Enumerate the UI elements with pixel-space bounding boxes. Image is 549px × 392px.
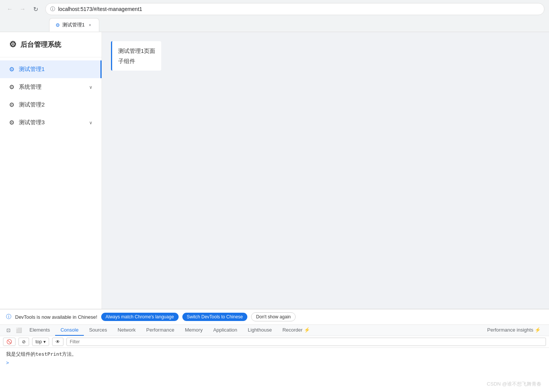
notification-text: DevTools is now available in Chinese!: [15, 314, 97, 320]
tab-sources[interactable]: Sources: [84, 325, 113, 336]
top-label: top: [35, 339, 42, 344]
sidebar-item-test-mgmt2[interactable]: ⚙ 测试管理2: [0, 96, 102, 114]
devtools-notification-bar: ⓘ DevTools is now available in Chinese! …: [0, 309, 549, 325]
watermark: CSDN @谁不想飞舞青春: [487, 381, 541, 387]
tab-performance-insights[interactable]: Performance insights ⚡: [482, 325, 546, 336]
page-content-box: 测试管理1页面 子组件: [111, 41, 161, 71]
tab-recorder[interactable]: Recorder ⚡: [277, 325, 315, 336]
console-log-line: 我是父组件的testPrint方法。: [6, 351, 543, 358]
menu-icon-test-mgmt2: ⚙: [9, 101, 14, 108]
menu-icon-test-mgmt1: ⚙: [9, 66, 14, 73]
sidebar: ⚙ 后台管理系统 ⚙ 测试管理1 ⚙ 系统管理 ∨ ⚙ 测试管理2: [0, 32, 102, 309]
browser-chrome: ← → ↻ ⓘ localhost:5173/#/test-management…: [0, 0, 549, 32]
devtools-device-icon[interactable]: ⬜: [14, 325, 24, 336]
console-log-code: testPrint: [35, 351, 62, 357]
console-output: 我是父组件的testPrint方法。 >: [0, 348, 549, 369]
tab-console[interactable]: Console: [55, 325, 84, 336]
lock-icon: ⓘ: [50, 6, 55, 12]
tab-lighthouse[interactable]: Lighthouse: [242, 325, 277, 336]
browser-tab-active[interactable]: ⚙ 测试管理1 ×: [49, 18, 99, 32]
app-container: ← → ↻ ⓘ localhost:5173/#/test-management…: [0, 0, 549, 392]
browser-content: ⚙ 后台管理系统 ⚙ 测试管理1 ⚙ 系统管理 ∨ ⚙ 测试管理2: [0, 32, 549, 309]
tab-performance[interactable]: Performance: [141, 325, 179, 336]
url-text: localhost:5173/#/test-management1: [58, 6, 142, 12]
top-chevron-icon: ▾: [43, 339, 46, 344]
app-title: 后台管理系统: [20, 40, 61, 49]
forward-button[interactable]: →: [17, 4, 28, 14]
console-toolbar: 🚫 ⊘ top ▾ 👁: [0, 336, 549, 348]
clear-console-button[interactable]: 🚫: [3, 338, 15, 346]
tab-close-button[interactable]: ×: [87, 22, 93, 28]
devtools-panel: ⓘ DevTools is now available in Chinese! …: [0, 309, 549, 392]
devtools-inspect-icon[interactable]: ⊡: [3, 325, 14, 336]
tab-bar: ⚙ 测试管理1 ×: [0, 18, 549, 32]
app-logo-icon: ⚙: [9, 40, 17, 49]
menu-label-test-mgmt1: 测试管理1: [19, 66, 91, 73]
filter-toggle-button[interactable]: ⊘: [19, 338, 29, 346]
console-prompt[interactable]: >: [6, 360, 543, 366]
info-icon: ⓘ: [6, 313, 11, 320]
tab-application[interactable]: Application: [208, 325, 243, 336]
top-selector[interactable]: top ▾: [32, 338, 49, 346]
browser-toolbar: ← → ↻ ⓘ localhost:5173/#/test-management…: [0, 0, 549, 18]
menu-label-test-mgmt3: 测试管理3: [19, 119, 85, 126]
sidebar-item-test-mgmt1[interactable]: ⚙ 测试管理1: [0, 60, 102, 78]
tab-label: 测试管理1: [62, 22, 85, 28]
tab-elements[interactable]: Elements: [24, 325, 55, 336]
address-bar[interactable]: ⓘ localhost:5173/#/test-management1: [45, 3, 544, 15]
menu-icon-test-mgmt3: ⚙: [9, 119, 14, 126]
sidebar-menu: ⚙ 测试管理1 ⚙ 系统管理 ∨ ⚙ 测试管理2 ⚙ 测试管理3 ∨: [0, 57, 102, 309]
chevron-down-icon-test-mgmt3: ∨: [89, 120, 93, 125]
tab-network[interactable]: Network: [113, 325, 141, 336]
refresh-button[interactable]: ↻: [30, 4, 41, 14]
filter-input[interactable]: [66, 338, 546, 346]
content-line2: 子组件: [118, 56, 155, 66]
menu-icon-sys-mgmt: ⚙: [9, 83, 14, 91]
nav-buttons: ← → ↻: [5, 4, 41, 14]
chevron-down-icon-sys-mgmt: ∨: [89, 85, 93, 90]
sidebar-header: ⚙ 后台管理系统: [0, 32, 102, 57]
menu-label-sys-mgmt: 系统管理: [19, 83, 85, 91]
back-button[interactable]: ←: [5, 4, 15, 14]
menu-label-test-mgmt2: 测试管理2: [19, 101, 93, 108]
switch-chinese-button[interactable]: Switch DevTools to Chinese: [182, 313, 248, 321]
content-line1: 测试管理1页面: [118, 46, 155, 56]
tab-memory[interactable]: Memory: [180, 325, 208, 336]
tab-gear-icon: ⚙: [56, 22, 60, 28]
devtools-tabs: ⊡ ⬜ Elements Console Sources Network Per…: [0, 325, 549, 336]
main-content: 测试管理1页面 子组件: [102, 32, 549, 309]
sidebar-item-test-mgmt3[interactable]: ⚙ 测试管理3 ∨: [0, 114, 102, 131]
match-language-button[interactable]: Always match Chrome's language: [101, 313, 179, 321]
dont-show-again-button[interactable]: Don't show again: [251, 312, 296, 321]
eye-button[interactable]: 👁: [52, 338, 63, 346]
sidebar-item-sys-mgmt[interactable]: ⚙ 系统管理 ∨: [0, 78, 102, 96]
